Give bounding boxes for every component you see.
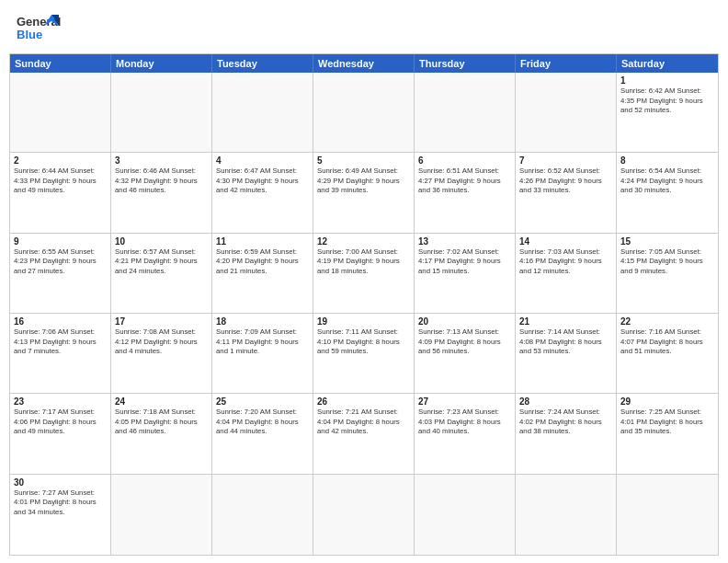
calendar-cell: 1Sunrise: 6:42 AM Sunset: 4:35 PM Daylig…	[617, 73, 718, 153]
page: General Blue SundayMondayTuesdayWednesda…	[0, 0, 728, 563]
calendar-cell	[111, 475, 212, 555]
header: General Blue	[0, 0, 728, 53]
calendar-grid: 1Sunrise: 6:42 AM Sunset: 4:35 PM Daylig…	[10, 73, 718, 555]
cell-day-number: 12	[317, 236, 410, 247]
cell-day-number: 16	[14, 316, 107, 327]
cell-day-number: 14	[519, 236, 612, 247]
cell-info: Sunrise: 6:57 AM Sunset: 4:21 PM Dayligh…	[115, 247, 208, 277]
svg-text:Blue: Blue	[17, 28, 42, 41]
cell-day-number: 23	[14, 396, 107, 407]
calendar-cell: 4Sunrise: 6:47 AM Sunset: 4:30 PM Daylig…	[212, 153, 313, 233]
cell-day-number: 8	[620, 155, 714, 166]
calendar-cell	[10, 73, 111, 153]
cell-info: Sunrise: 6:59 AM Sunset: 4:20 PM Dayligh…	[216, 247, 309, 277]
cell-day-number: 9	[14, 236, 107, 247]
logo: General Blue	[17, 13, 63, 46]
cell-info: Sunrise: 6:54 AM Sunset: 4:24 PM Dayligh…	[620, 167, 714, 196]
calendar: SundayMondayTuesdayWednesdayThursdayFrid…	[9, 53, 719, 556]
cell-info: Sunrise: 7:02 AM Sunset: 4:17 PM Dayligh…	[418, 247, 511, 277]
calendar-cell: 18Sunrise: 7:09 AM Sunset: 4:11 PM Dayli…	[212, 314, 313, 394]
calendar-cell	[212, 475, 313, 555]
cell-day-number: 27	[418, 396, 511, 407]
cell-day-number: 6	[418, 155, 511, 166]
cell-info: Sunrise: 7:08 AM Sunset: 4:12 PM Dayligh…	[115, 327, 208, 357]
cell-info: Sunrise: 7:20 AM Sunset: 4:04 PM Dayligh…	[216, 408, 309, 437]
cell-info: Sunrise: 7:23 AM Sunset: 4:03 PM Dayligh…	[418, 408, 511, 437]
day-header: Tuesday	[212, 54, 313, 73]
cell-day-number: 17	[115, 316, 208, 327]
calendar-cell	[415, 73, 516, 153]
cell-day-number: 11	[216, 236, 309, 247]
cell-info: Sunrise: 7:00 AM Sunset: 4:19 PM Dayligh…	[317, 247, 410, 277]
cell-info: Sunrise: 6:51 AM Sunset: 4:27 PM Dayligh…	[418, 167, 511, 196]
cell-info: Sunrise: 7:06 AM Sunset: 4:13 PM Dayligh…	[14, 327, 107, 357]
cell-day-number: 5	[317, 155, 410, 166]
calendar-cell	[111, 73, 212, 153]
cell-day-number: 7	[519, 155, 612, 166]
cell-info: Sunrise: 7:03 AM Sunset: 4:16 PM Dayligh…	[519, 247, 612, 277]
cell-info: Sunrise: 7:17 AM Sunset: 4:06 PM Dayligh…	[14, 408, 107, 437]
calendar-cell: 16Sunrise: 7:06 AM Sunset: 4:13 PM Dayli…	[10, 314, 111, 394]
cell-day-number: 13	[418, 236, 511, 247]
calendar-cell: 2Sunrise: 6:44 AM Sunset: 4:33 PM Daylig…	[10, 153, 111, 233]
calendar-cell: 29Sunrise: 7:25 AM Sunset: 4:01 PM Dayli…	[617, 394, 718, 474]
cell-info: Sunrise: 6:52 AM Sunset: 4:26 PM Dayligh…	[519, 167, 612, 196]
logo-svg: General Blue	[17, 13, 63, 46]
cell-day-number: 20	[418, 316, 511, 327]
cell-day-number: 19	[317, 316, 410, 327]
day-header: Sunday	[10, 54, 111, 73]
cell-info: Sunrise: 7:09 AM Sunset: 4:11 PM Dayligh…	[216, 327, 309, 357]
cell-info: Sunrise: 7:13 AM Sunset: 4:09 PM Dayligh…	[418, 327, 511, 357]
calendar-cell: 30Sunrise: 7:27 AM Sunset: 4:01 PM Dayli…	[10, 475, 111, 555]
cell-day-number: 28	[519, 396, 612, 407]
cell-info: Sunrise: 7:27 AM Sunset: 4:01 PM Dayligh…	[14, 488, 107, 518]
cell-info: Sunrise: 6:49 AM Sunset: 4:29 PM Dayligh…	[317, 167, 410, 196]
calendar-cell: 20Sunrise: 7:13 AM Sunset: 4:09 PM Dayli…	[415, 314, 516, 394]
calendar-cell: 3Sunrise: 6:46 AM Sunset: 4:32 PM Daylig…	[111, 153, 212, 233]
calendar-cell: 22Sunrise: 7:16 AM Sunset: 4:07 PM Dayli…	[617, 314, 718, 394]
cell-info: Sunrise: 7:18 AM Sunset: 4:05 PM Dayligh…	[115, 408, 208, 437]
cell-info: Sunrise: 6:55 AM Sunset: 4:23 PM Dayligh…	[14, 247, 107, 277]
calendar-cell: 13Sunrise: 7:02 AM Sunset: 4:17 PM Dayli…	[415, 234, 516, 314]
cell-day-number: 15	[620, 236, 714, 247]
cell-day-number: 1	[620, 75, 714, 86]
calendar-cell: 8Sunrise: 6:54 AM Sunset: 4:24 PM Daylig…	[617, 153, 718, 233]
cell-info: Sunrise: 7:25 AM Sunset: 4:01 PM Dayligh…	[620, 408, 714, 437]
calendar-cell: 9Sunrise: 6:55 AM Sunset: 4:23 PM Daylig…	[10, 234, 111, 314]
cell-day-number: 18	[216, 316, 309, 327]
calendar-cell: 26Sunrise: 7:21 AM Sunset: 4:04 PM Dayli…	[313, 394, 415, 474]
cell-day-number: 30	[14, 477, 107, 488]
calendar-cell: 14Sunrise: 7:03 AM Sunset: 4:16 PM Dayli…	[516, 234, 617, 314]
cell-info: Sunrise: 7:24 AM Sunset: 4:02 PM Dayligh…	[519, 408, 612, 437]
calendar-cell: 21Sunrise: 7:14 AM Sunset: 4:08 PM Dayli…	[516, 314, 617, 394]
cell-day-number: 26	[317, 396, 410, 407]
calendar-cell: 19Sunrise: 7:11 AM Sunset: 4:10 PM Dayli…	[313, 314, 415, 394]
day-header: Friday	[516, 54, 617, 73]
cell-info: Sunrise: 7:21 AM Sunset: 4:04 PM Dayligh…	[317, 408, 410, 437]
cell-day-number: 21	[519, 316, 612, 327]
cell-info: Sunrise: 6:47 AM Sunset: 4:30 PM Dayligh…	[216, 167, 309, 196]
calendar-cell: 25Sunrise: 7:20 AM Sunset: 4:04 PM Dayli…	[212, 394, 313, 474]
cell-day-number: 2	[14, 155, 107, 166]
calendar-cell: 6Sunrise: 6:51 AM Sunset: 4:27 PM Daylig…	[415, 153, 516, 233]
calendar-cell: 11Sunrise: 6:59 AM Sunset: 4:20 PM Dayli…	[212, 234, 313, 314]
calendar-cell: 15Sunrise: 7:05 AM Sunset: 4:15 PM Dayli…	[617, 234, 718, 314]
calendar-cell	[212, 73, 313, 153]
day-header: Monday	[111, 54, 212, 73]
cell-info: Sunrise: 7:14 AM Sunset: 4:08 PM Dayligh…	[519, 327, 612, 357]
calendar-cell: 17Sunrise: 7:08 AM Sunset: 4:12 PM Dayli…	[111, 314, 212, 394]
cell-info: Sunrise: 6:44 AM Sunset: 4:33 PM Dayligh…	[14, 167, 107, 196]
calendar-cell: 7Sunrise: 6:52 AM Sunset: 4:26 PM Daylig…	[516, 153, 617, 233]
day-headers: SundayMondayTuesdayWednesdayThursdayFrid…	[10, 54, 718, 73]
cell-day-number: 25	[216, 396, 309, 407]
calendar-cell: 28Sunrise: 7:24 AM Sunset: 4:02 PM Dayli…	[516, 394, 617, 474]
calendar-cell: 12Sunrise: 7:00 AM Sunset: 4:19 PM Dayli…	[313, 234, 415, 314]
cell-info: Sunrise: 7:11 AM Sunset: 4:10 PM Dayligh…	[317, 327, 410, 357]
day-header: Wednesday	[313, 54, 415, 73]
calendar-cell	[617, 475, 718, 555]
cell-info: Sunrise: 7:16 AM Sunset: 4:07 PM Dayligh…	[620, 327, 714, 357]
calendar-cell	[313, 475, 415, 555]
cell-day-number: 29	[620, 396, 714, 407]
cell-info: Sunrise: 7:05 AM Sunset: 4:15 PM Dayligh…	[620, 247, 714, 277]
cell-day-number: 10	[115, 236, 208, 247]
